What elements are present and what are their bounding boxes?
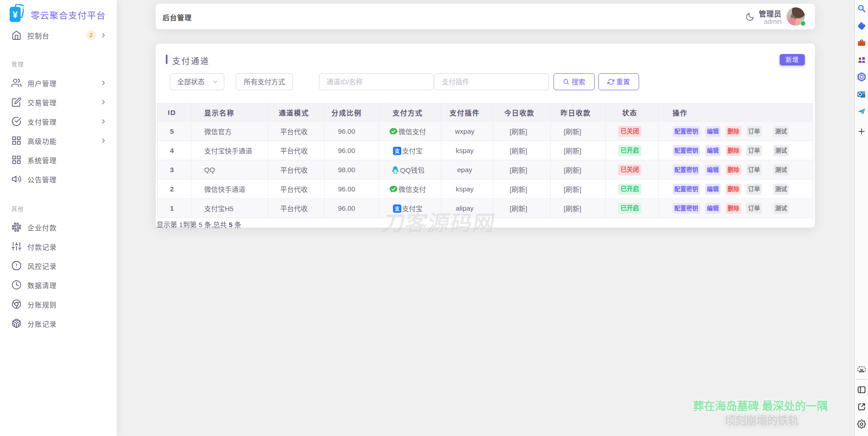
svg-text:支: 支 [394,148,400,154]
svg-text:¥: ¥ [12,10,18,20]
